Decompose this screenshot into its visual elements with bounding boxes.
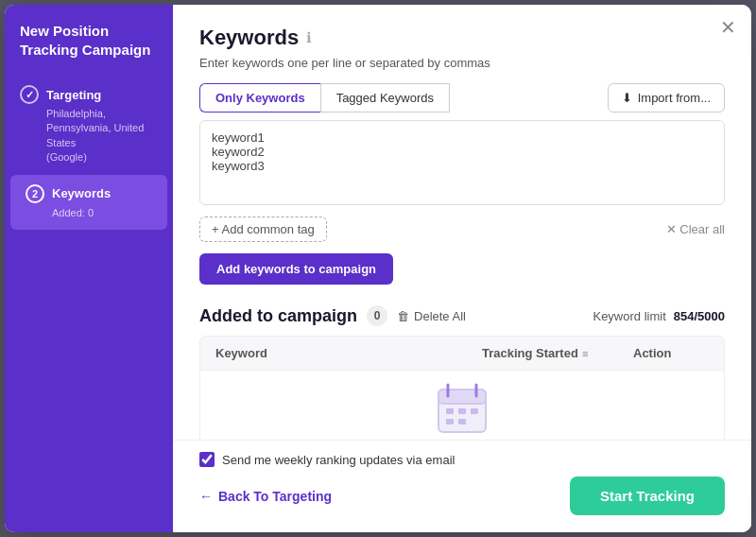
email-checkbox-label[interactable]: Send me weekly ranking updates via email xyxy=(222,453,455,467)
modal: New Position Tracking Campaign ✓ Targeti… xyxy=(5,5,751,532)
back-arrow-icon: ← xyxy=(199,489,213,504)
add-keywords-button[interactable]: Add keywords to campaign xyxy=(199,253,393,285)
add-tag-label: + Add common tag xyxy=(212,222,315,236)
svg-rect-8 xyxy=(458,419,466,424)
main-content: ✕ Keywords ℹ Enter keywords one per line… xyxy=(173,5,751,532)
svg-rect-1 xyxy=(438,390,486,404)
th-action: Action xyxy=(633,346,709,360)
keywords-step-num: 2 xyxy=(26,184,44,203)
targeting-label: Targeting xyxy=(46,88,101,102)
sidebar-title: New Position Tracking Campaign xyxy=(5,22,173,76)
clear-all-button[interactable]: ✕ Clear all xyxy=(666,222,725,236)
info-icon[interactable]: ℹ xyxy=(306,29,312,46)
add-tag-button[interactable]: + Add common tag xyxy=(199,217,327,242)
tab-tagged-keywords[interactable]: Tagged Keywords xyxy=(320,83,450,113)
keywords-sub: Added: 0 xyxy=(26,206,152,220)
targeting-header: ✓ Targeting xyxy=(20,85,158,104)
import-icon: ⬇ xyxy=(622,91,632,105)
table-header: Keyword Tracking Started ≡ Action xyxy=(199,336,725,371)
keyword-limit-value: 854/5000 xyxy=(674,309,725,323)
sidebar-item-keywords[interactable]: 2 Keywords Added: 0 xyxy=(10,175,167,230)
th-tracking-label: Tracking Started xyxy=(482,346,578,360)
main-inner: Keywords ℹ Enter keywords one per line o… xyxy=(173,5,751,440)
targeting-check-icon: ✓ xyxy=(20,85,39,104)
svg-rect-4 xyxy=(446,408,454,414)
delete-all-button[interactable]: 🗑 Delete All xyxy=(397,309,466,323)
email-checkbox-row: Send me weekly ranking updates via email xyxy=(199,452,725,467)
svg-rect-6 xyxy=(471,408,478,414)
keyword-limit-label: Keyword limit xyxy=(593,309,665,323)
email-checkbox[interactable] xyxy=(199,452,215,467)
clear-all-label: ✕ Clear all xyxy=(666,222,725,236)
added-title: Added to campaign xyxy=(199,306,357,326)
empty-state-icon xyxy=(429,375,495,441)
th-keyword: Keyword xyxy=(215,346,482,360)
th-tracking: Tracking Started ≡ xyxy=(482,346,633,360)
filter-icon[interactable]: ≡ xyxy=(582,348,588,359)
keywords-textarea[interactable]: keyword1 keyword2 keyword3 xyxy=(199,120,725,205)
added-header: Added to campaign 0 🗑 Delete All Keyword… xyxy=(199,305,725,326)
back-btn-label: Back To Targeting xyxy=(218,489,332,504)
tab-only-keywords[interactable]: Only Keywords xyxy=(199,83,320,113)
footer: Send me weekly ranking updates via email… xyxy=(173,440,751,532)
keyword-limit: Keyword limit 854/5000 xyxy=(593,309,725,323)
added-section: Added to campaign 0 🗑 Delete All Keyword… xyxy=(199,305,725,440)
start-tracking-button[interactable]: Start Tracking xyxy=(570,476,725,515)
back-button[interactable]: ← Back To Targeting xyxy=(199,489,332,504)
keywords-label: Keywords xyxy=(52,186,111,200)
footer-actions: ← Back To Targeting Start Tracking xyxy=(199,476,725,515)
empty-state xyxy=(199,371,725,440)
page-title: Keywords xyxy=(199,26,299,50)
page-subtitle: Enter keywords one per line or separated… xyxy=(199,56,725,70)
svg-rect-7 xyxy=(446,419,454,424)
tag-clear-row: + Add common tag ✕ Clear all xyxy=(199,217,725,242)
import-label: Import from... xyxy=(638,91,711,105)
modal-overlay: New Position Tracking Campaign ✓ Targeti… xyxy=(0,0,756,537)
sidebar-item-targeting[interactable]: ✓ Targeting Philadelphia,Pennsylvania, U… xyxy=(5,76,173,175)
count-badge: 0 xyxy=(367,305,387,326)
close-button[interactable]: ✕ xyxy=(720,18,736,37)
delete-all-label: Delete All xyxy=(414,309,466,323)
page-title-row: Keywords ℹ xyxy=(199,26,725,50)
targeting-sub: Philadelphia,Pennsylvania, United States… xyxy=(20,107,158,165)
keywords-header: 2 Keywords xyxy=(26,184,152,203)
delete-icon: 🗑 xyxy=(397,309,409,323)
import-button[interactable]: ⬇ Import from... xyxy=(608,83,725,113)
sidebar: New Position Tracking Campaign ✓ Targeti… xyxy=(5,5,173,532)
tabs-row: Only Keywords Tagged Keywords ⬇ Import f… xyxy=(199,83,725,113)
svg-rect-5 xyxy=(458,408,466,414)
